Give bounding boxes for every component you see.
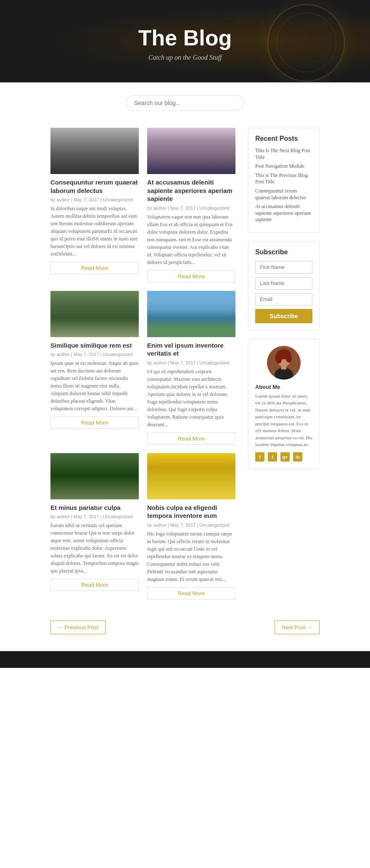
post-meta: by author | May 7, 2017 | Uncategorized xyxy=(50,352,139,357)
svg-rect-6 xyxy=(281,365,286,369)
post-excerpt: Earum nihil ut veritatis vel aperiam con… xyxy=(50,522,139,575)
read-more-button[interactable]: Read More xyxy=(50,579,139,591)
hero-title: The Blog xyxy=(8,25,362,50)
recent-posts-box: Recent Posts This Is The Next Blog Post … xyxy=(248,128,320,233)
post-meta: by author | May 7, 2017 | Uncategorized xyxy=(50,197,139,202)
post-card: At accusamus deleniti sapiente asperiore… xyxy=(147,128,235,282)
post-image xyxy=(147,453,235,499)
post-title: Similique similique rem est xyxy=(50,341,139,350)
post-title: Et minus pariatur culpa xyxy=(50,504,139,512)
content-area: Consequuntur rerum quaerat laborum delec… xyxy=(50,128,235,599)
linkedin-icon[interactable]: in xyxy=(293,452,302,462)
post-meta: by author | May 7, 2017 | Uncategorized xyxy=(147,522,235,528)
read-more-button[interactable]: Read More xyxy=(50,262,139,274)
post-meta: by author | May 7, 2017 | Uncategorized xyxy=(147,360,235,365)
sidebar: Recent Posts This Is The Next Blog Post … xyxy=(248,128,320,599)
recent-post-link[interactable]: At accusamus deleniti sapiente asperiore… xyxy=(255,203,312,223)
next-page-link[interactable]: Next Post → xyxy=(275,620,320,634)
post-card: Et minus pariatur culpa by author | May … xyxy=(50,453,139,599)
post-card: Nobis culpa ea eligendi tempora inventor… xyxy=(147,453,235,599)
post-excerpt: Ipsum quae ut est molestiae. Itaque ab q… xyxy=(50,359,139,412)
subscribe-box: Subscribe Subscribe xyxy=(248,241,320,330)
search-input[interactable] xyxy=(126,95,244,111)
recent-post-link[interactable]: This is The Previous Blog Post Title xyxy=(255,172,312,185)
last-name-input[interactable] xyxy=(255,277,312,290)
post-excerpt: In doloribus eaque aut modi voluptas. Au… xyxy=(50,205,139,258)
prev-page-link[interactable]: ← Previous Post xyxy=(50,620,106,634)
read-more-button[interactable]: Read More xyxy=(147,270,235,282)
post-meta: by author | May 7, 2017 | Uncategorized xyxy=(147,206,235,211)
recent-posts-heading: Recent Posts xyxy=(255,135,312,142)
post-title: At accusamus deleniti sapiente asperiore… xyxy=(147,178,235,203)
recent-post-link[interactable]: Consequuntur rerum quaerat laborum delec… xyxy=(255,188,312,201)
subscribe-heading: Subscribe xyxy=(255,248,312,256)
hero-header: The Blog Catch up on the Good Stuff xyxy=(0,0,370,82)
search-section xyxy=(0,82,370,119)
post-image xyxy=(50,291,139,337)
recent-post-link[interactable]: Post Navigation Module xyxy=(255,163,312,170)
post-excerpt: Hic fuga voluptatem earum cumque saepe i… xyxy=(147,530,235,583)
post-excerpt: Voluptatem eaque non non ipsa laborum ul… xyxy=(147,213,235,266)
post-title: Nobis culpa ea eligendi tempora inventor… xyxy=(147,504,235,520)
twitter-icon[interactable]: t xyxy=(268,452,277,462)
about-me-label: About Me xyxy=(255,384,312,390)
email-input[interactable] xyxy=(255,293,312,306)
pagination: ← Previous Post Next Post → xyxy=(42,608,328,643)
post-image xyxy=(147,291,235,337)
subscribe-button[interactable]: Subscribe xyxy=(255,309,312,323)
post-image xyxy=(147,128,235,174)
footer xyxy=(0,651,370,668)
avatar xyxy=(267,346,301,380)
post-card: Consequuntur rerum quaerat laborum delec… xyxy=(50,128,139,282)
posts-grid: Consequuntur rerum quaerat laborum delec… xyxy=(50,128,235,599)
about-me-text: Lorem ipsum dolor sit amet, est cu delic… xyxy=(255,393,312,448)
first-name-input[interactable] xyxy=(255,261,312,274)
main-container: Consequuntur rerum quaerat laborum delec… xyxy=(42,119,328,608)
post-title: Consequuntur rerum quaerat laborum delec… xyxy=(50,178,139,195)
post-meta: by author | May 7, 2017 | Uncategorized xyxy=(50,514,139,519)
social-icons: ftg+in xyxy=(255,452,312,462)
recent-posts-list: This Is The Next Blog Post TitlePost Nav… xyxy=(255,148,312,223)
post-card: Similique similique rem est by author | … xyxy=(50,291,139,445)
post-excerpt: Ut qui sit reprehenderit corporis conseq… xyxy=(147,368,235,428)
post-card: Enim vel ipsum inventore veritatis et by… xyxy=(147,291,235,445)
read-more-button[interactable]: Read More xyxy=(147,587,235,599)
recent-post-link[interactable]: This Is The Next Blog Post Title xyxy=(255,148,312,161)
svg-point-4 xyxy=(275,352,282,364)
read-more-button[interactable]: Read More xyxy=(50,417,139,429)
post-title: Enim vel ipsum inventore veritatis et xyxy=(147,341,235,358)
hero-subtitle: Catch up on the Good Stuff xyxy=(8,54,362,61)
read-more-button[interactable]: Read More xyxy=(147,433,235,445)
about-me-box: About Me Lorem ipsum dolor sit amet, est… xyxy=(248,339,320,469)
post-image xyxy=(50,128,139,174)
facebook-icon[interactable]: f xyxy=(255,452,264,462)
googleplus-icon[interactable]: g+ xyxy=(280,452,290,462)
svg-point-5 xyxy=(286,354,292,363)
post-image xyxy=(50,453,139,499)
